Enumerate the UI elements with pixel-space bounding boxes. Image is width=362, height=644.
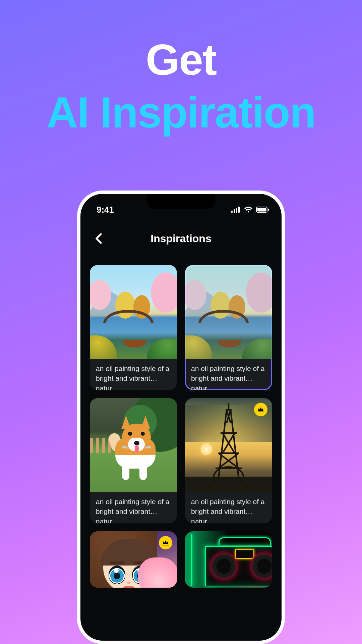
inspiration-grid-row	[80, 523, 282, 588]
inspiration-thumbnail	[185, 531, 272, 588]
inspiration-card[interactable]	[185, 531, 272, 588]
crown-icon	[159, 536, 172, 549]
status-time: 9:41	[97, 205, 114, 215]
cellular-icon	[231, 207, 241, 213]
svg-rect-5	[257, 208, 266, 212]
hero-line-2: AI Inspiration	[0, 90, 362, 136]
inspiration-caption: an oil painting style of a bright and vi…	[185, 492, 272, 523]
inspiration-caption: an oil painting style of a bright and vi…	[185, 359, 272, 390]
nav-bar: Inspirations	[80, 225, 282, 252]
hero-line-1: Get	[0, 37, 362, 83]
wifi-icon	[244, 206, 253, 213]
svg-rect-1	[234, 209, 235, 213]
inspiration-card[interactable]	[90, 531, 177, 588]
inspiration-thumbnail	[90, 398, 177, 492]
crown-icon	[254, 403, 267, 416]
marketing-hero: Get AI Inspiration	[0, 0, 362, 135]
battery-icon	[256, 206, 269, 213]
inspiration-card[interactable]: an oil painting style of a bright and vi…	[90, 398, 177, 523]
inspiration-card[interactable]: an oil painting style of a bright and vi…	[185, 398, 272, 523]
inspiration-caption: an oil painting style of a bright and vi…	[90, 359, 177, 390]
phone-screen: 9:41	[80, 194, 282, 641]
inspiration-grid: an oil painting style of a bright and vi…	[80, 252, 282, 523]
phone-frame: 9:41	[77, 191, 285, 644]
inspiration-thumbnail	[185, 265, 272, 359]
inspiration-card[interactable]: an oil painting style of a bright and vi…	[185, 265, 272, 390]
inspiration-thumbnail	[90, 265, 177, 359]
svg-rect-0	[231, 211, 233, 213]
inspiration-card[interactable]: an oil painting style of a bright and vi…	[90, 265, 177, 390]
inspiration-caption: an oil painting style of a bright and vi…	[90, 492, 177, 523]
svg-rect-3	[238, 207, 240, 213]
page-title: Inspirations	[150, 232, 211, 245]
svg-rect-6	[268, 209, 269, 211]
back-button[interactable]	[93, 232, 106, 245]
device-notch	[147, 194, 215, 209]
svg-rect-2	[236, 208, 237, 213]
